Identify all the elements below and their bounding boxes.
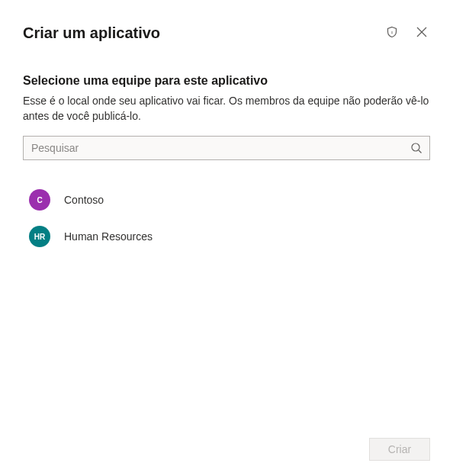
team-list: C Contoso HR Human Resources xyxy=(23,182,430,429)
create-button[interactable]: Criar xyxy=(369,438,430,461)
shield-icon-button[interactable] xyxy=(383,23,401,43)
create-app-dialog: Criar um aplicativo xyxy=(0,0,453,476)
search-wrapper xyxy=(23,136,430,160)
svg-point-0 xyxy=(391,31,392,32)
dialog-header: Criar um aplicativo xyxy=(23,23,430,43)
search-input[interactable] xyxy=(23,136,430,160)
team-name-label: Contoso xyxy=(64,194,104,206)
dialog-title: Criar um aplicativo xyxy=(23,24,160,42)
dialog-footer: Criar xyxy=(23,429,430,461)
team-avatar: HR xyxy=(29,226,50,247)
section-title: Selecione uma equipe para este aplicativ… xyxy=(23,74,430,88)
section-description: Esse é o local onde seu aplicativo vai f… xyxy=(23,94,430,124)
team-avatar: C xyxy=(29,189,50,211)
close-icon xyxy=(416,27,427,40)
team-item-human-resources[interactable]: HR Human Resources xyxy=(23,218,430,255)
header-actions xyxy=(383,23,430,43)
shield-icon xyxy=(386,26,398,40)
close-button[interactable] xyxy=(413,24,430,43)
team-name-label: Human Resources xyxy=(64,230,153,243)
team-item-contoso[interactable]: C Contoso xyxy=(23,182,430,218)
